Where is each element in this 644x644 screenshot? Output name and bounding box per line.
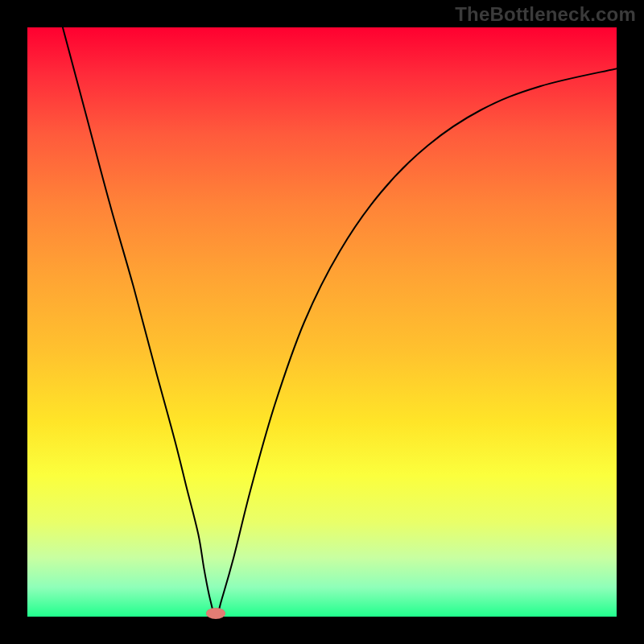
watermark-text: TheBottleneck.com xyxy=(455,3,636,26)
bottleneck-curve xyxy=(27,27,617,617)
chart-frame: TheBottleneck.com xyxy=(0,0,644,644)
valley-marker-icon xyxy=(206,608,225,619)
